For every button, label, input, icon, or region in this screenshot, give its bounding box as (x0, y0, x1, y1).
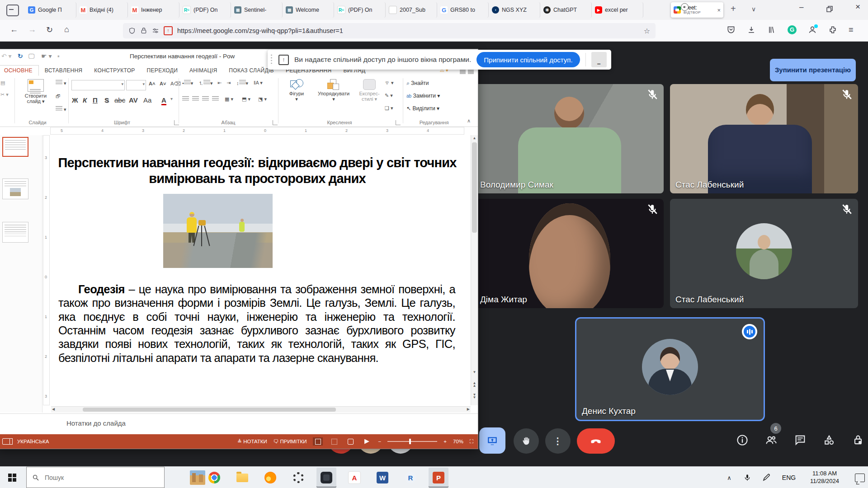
video-tile-stas[interactable]: Стас Лабенський (670, 84, 858, 193)
next-slide-button[interactable]: ▼▼ (471, 394, 478, 399)
screen-sharing-indicator-icon[interactable]: ↑ (164, 26, 173, 35)
scroll-down-arrow[interactable]: ▼ (471, 370, 478, 374)
taskbar-file-explorer-icon[interactable] (232, 468, 252, 488)
downloads-icon[interactable] (747, 25, 756, 34)
redo-refresh-icon[interactable]: ↻ (18, 52, 23, 60)
tab-grs80[interactable]: GGRS80 to (438, 2, 489, 18)
taskbar-acrobat-icon[interactable]: A (344, 468, 364, 488)
firefox-view-icon[interactable] (6, 5, 19, 16)
shape-outline-icon[interactable]: ✎ ▾ (385, 93, 393, 99)
taskbar-clock[interactable]: 11:08 AM11/28/2024 (801, 467, 848, 488)
account-icon[interactable] (808, 25, 817, 34)
tab-list-dropdown-icon[interactable]: ∨ (751, 5, 756, 13)
new-tab-button[interactable]: + (731, 4, 736, 14)
justify-icon[interactable] (212, 96, 219, 102)
menu-icon[interactable]: ≡ (849, 25, 858, 34)
ribbon-tab-home[interactable]: ОСНОВНЕ (0, 65, 39, 76)
ribbon-tab-design[interactable]: КОНСТРУКТОР (88, 66, 141, 75)
library-icon[interactable] (767, 25, 776, 34)
tracking-shield-icon[interactable] (128, 27, 136, 34)
tab-researchgate-pdf[interactable]: RG(PDF) On (180, 2, 231, 18)
normal-view-button[interactable] (313, 437, 323, 446)
font-color-dropdown[interactable]: ▾ (170, 96, 173, 101)
align-center-icon[interactable] (192, 96, 199, 102)
slide-layout-icon[interactable]: ▾ (56, 80, 66, 86)
align-text-icon[interactable]: ⬒ ▾ (242, 96, 250, 102)
video-tile-stas-avatar[interactable]: Стас Лабенський (670, 199, 858, 308)
shapes-button[interactable]: Фігури▾ (283, 79, 311, 102)
ribbon-tab-animations[interactable]: АНІМАЦІЯ (184, 66, 223, 75)
tab-google-translate[interactable]: GGoogle П (25, 2, 76, 18)
tab-gmail-engineer[interactable]: MІнженер (128, 2, 179, 18)
url-text[interactable]: https://meet.google.com/zsg-wihq-qpp?pli… (177, 27, 639, 34)
host-controls-icon[interactable] (852, 434, 864, 446)
qat-customize-icon[interactable]: ⹀ (57, 52, 60, 60)
tab-close-icon[interactable]: × (717, 7, 721, 14)
taskbar-word-icon[interactable]: W (373, 468, 392, 488)
change-case-button[interactable]: Aa (143, 96, 151, 104)
more-options-button[interactable]: ⋮ (545, 428, 571, 454)
font-size-combo[interactable] (126, 80, 146, 90)
vertical-scrollbar[interactable]: ▲ ▼ ▲▲ ▼▼ (471, 135, 478, 405)
taskbar-chrome-icon[interactable] (204, 468, 224, 488)
window-restore-button[interactable] (826, 6, 833, 12)
slide-thumbnail-1-selected[interactable] (2, 137, 28, 157)
forward-button[interactable]: → (28, 25, 36, 34)
people-icon[interactable] (765, 434, 778, 446)
decrease-indent-icon[interactable]: ⇤ (217, 80, 222, 86)
video-tile-dima[interactable]: Діма Житар (475, 199, 664, 308)
raise-hand-button[interactable] (514, 428, 539, 454)
banner-drag-handle[interactable] (270, 54, 273, 66)
lock-icon[interactable] (140, 27, 147, 34)
columns-icon[interactable]: ▦ ▾ (225, 96, 233, 102)
tray-pen-icon[interactable] (759, 467, 774, 488)
spellcheck-icon[interactable] (2, 438, 10, 445)
bullets-icon[interactable]: •▾ (182, 80, 193, 86)
meeting-details-icon[interactable] (736, 434, 749, 446)
notes-toggle[interactable]: ≜ НОТАТКИ (237, 438, 267, 445)
text-direction-icon[interactable]: ‖A ▾ (254, 80, 263, 86)
underline-button[interactable]: П (93, 96, 98, 104)
align-right-icon[interactable] (202, 96, 209, 102)
tab-youtube-excel[interactable]: ▶excel per (592, 2, 643, 18)
pocket-icon[interactable] (726, 25, 736, 34)
taskbar-powerpoint-icon[interactable]: P (429, 468, 448, 488)
present-screen-button[interactable] (479, 427, 505, 454)
start-button[interactable] (8, 474, 16, 482)
zoom-level[interactable]: 70% (453, 439, 463, 444)
grammarly-icon[interactable]: G (788, 25, 797, 34)
tab-ngs-xyz[interactable]: ◖NGS XYZ (489, 2, 540, 18)
news-widget-icon[interactable] (190, 470, 205, 485)
clipboard-icons[interactable]: ✂ ▾ (0, 92, 9, 98)
zoom-slider[interactable] (387, 441, 437, 442)
slide-thumbnail-3[interactable] (2, 222, 28, 243)
quick-styles-button[interactable]: Експрес-стилі ▾ (357, 79, 382, 102)
stop-sharing-button[interactable]: Припинити спільний доступ. (476, 52, 580, 67)
scroll-left-arrow[interactable]: ◀ (52, 407, 55, 411)
zoom-out-button[interactable]: − (378, 439, 381, 444)
banner-minimize-button[interactable]: – (591, 52, 607, 67)
previous-slide-button[interactable]: ▲▲ (471, 382, 478, 388)
scrollbar-thumb[interactable] (83, 408, 336, 412)
zoom-in-button[interactable]: + (443, 439, 447, 444)
tab-sentinel[interactable]: ▦Sentinel- (231, 2, 283, 18)
shape-effects-icon[interactable]: ❑ ▾ (385, 105, 393, 111)
extensions-icon[interactable] (828, 25, 837, 34)
taskbar-search[interactable] (26, 467, 165, 488)
shape-fill-icon[interactable]: 🜄 ▾ (385, 80, 394, 86)
font-color-button[interactable]: A (161, 96, 166, 105)
align-left-icon[interactable] (182, 96, 189, 102)
smartart-icon[interactable]: ⬔ ▾ (258, 96, 267, 102)
permissions-icon[interactable] (152, 27, 159, 34)
scroll-right-arrow[interactable]: ▶ (467, 407, 470, 411)
reset-slide-icon[interactable]: 🗗 (56, 94, 61, 99)
window-close-button[interactable]: × (855, 2, 860, 12)
font-name-combo[interactable] (71, 80, 125, 90)
reload-button[interactable]: ↻ (46, 25, 53, 35)
replace-button[interactable]: ab Замінити ▾ (406, 93, 440, 99)
ribbon-tab-insert[interactable]: ВСТАВЛЕННЯ (39, 66, 89, 75)
paragraph-dialog-launcher[interactable] (273, 120, 278, 125)
start-slideshow-icon[interactable]: 🖵 (28, 52, 35, 60)
tab-2007-sub[interactable]: 2007_Sub (386, 2, 437, 18)
taskbar-dark-app-icon[interactable] (316, 468, 336, 488)
